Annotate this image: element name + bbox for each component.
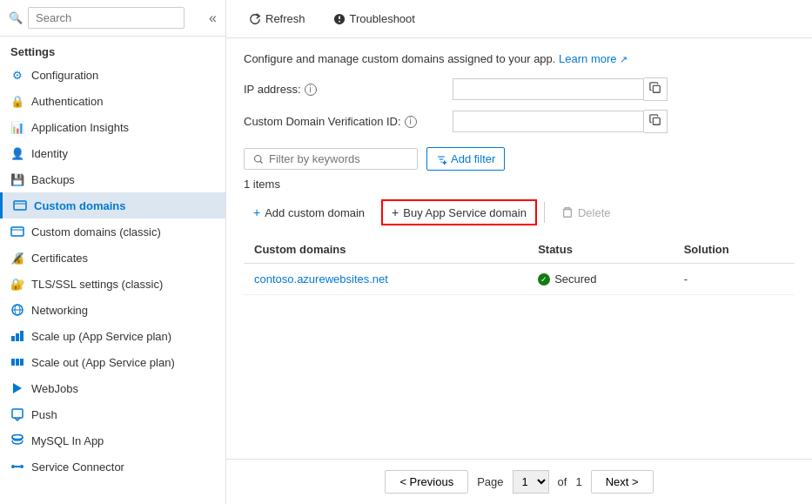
filter-input[interactable] bbox=[269, 152, 404, 165]
sidebar-item-application-insights[interactable]: 📊 Application Insights bbox=[0, 114, 225, 140]
filter-input-group bbox=[244, 148, 418, 170]
domain-cell: contoso.azurewebsites.net bbox=[244, 264, 527, 295]
svg-rect-28 bbox=[564, 210, 572, 218]
svg-rect-20 bbox=[653, 118, 660, 124]
add-icon: + bbox=[253, 205, 260, 219]
sidebar-item-identity[interactable]: 👤 Identity bbox=[0, 140, 225, 166]
sidebar-item-mysql-in-app[interactable]: MySQL In App bbox=[0, 427, 225, 454]
ip-address-row: IP address: i bbox=[244, 77, 795, 101]
verification-id-row: Custom Domain Verification ID: i bbox=[244, 110, 795, 133]
learn-more-link[interactable]: Learn more bbox=[559, 52, 616, 65]
sidebar-item-label: Scale up (App Service plan) bbox=[31, 330, 171, 343]
refresh-button[interactable]: Refresh bbox=[244, 9, 311, 29]
verification-id-input[interactable] bbox=[453, 111, 644, 132]
identity-icon: 👤 bbox=[10, 146, 24, 160]
sidebar-item-label: Custom domains bbox=[34, 199, 125, 212]
main-content: Refresh Troubleshoot Configure and manag… bbox=[226, 0, 812, 504]
sidebar-item-label: Identity bbox=[31, 147, 68, 160]
collapse-button[interactable]: « bbox=[209, 10, 217, 26]
sidebar-item-scale-out[interactable]: Scale out (App Service plan) bbox=[0, 349, 225, 375]
page-description: Configure and manage custom domains assi… bbox=[244, 52, 795, 65]
previous-button[interactable]: < Previous bbox=[385, 470, 468, 494]
custom-domains-table: Custom domains Status Solution contoso.a… bbox=[244, 236, 795, 295]
svg-point-15 bbox=[12, 435, 23, 440]
tls-ssl-icon: 🔐 bbox=[10, 277, 24, 291]
svg-rect-7 bbox=[11, 336, 15, 341]
svg-line-22 bbox=[260, 161, 262, 163]
svg-rect-11 bbox=[16, 359, 19, 366]
table-header-status: Status bbox=[527, 236, 674, 264]
search-icon: 🔍 bbox=[9, 11, 23, 25]
buy-add-icon: + bbox=[392, 205, 399, 219]
sidebar-item-label: WebJobs bbox=[31, 382, 78, 395]
ip-address-input-group bbox=[453, 77, 668, 101]
certificates-icon: 🔏 bbox=[10, 251, 24, 265]
sidebar-item-webjobs[interactable]: WebJobs bbox=[0, 375, 225, 401]
content-area: Configure and manage custom domains assi… bbox=[226, 38, 812, 459]
sidebar-item-authentication[interactable]: 🔒 Authentication bbox=[0, 88, 225, 114]
custom-domains-classic-icon bbox=[10, 225, 24, 239]
status-cell: Secured bbox=[527, 264, 674, 295]
sidebar-item-custom-domains-classic[interactable]: Custom domains (classic) bbox=[0, 218, 225, 245]
refresh-icon bbox=[249, 13, 261, 25]
sidebar-item-custom-domains[interactable]: Custom domains bbox=[0, 192, 225, 218]
sidebar-item-scale-up[interactable]: Scale up (App Service plan) bbox=[0, 323, 225, 349]
add-filter-button[interactable]: Add filter bbox=[426, 147, 505, 171]
sidebar-item-label: Application Insights bbox=[31, 121, 129, 134]
table-row: contoso.azurewebsites.net Secured - bbox=[244, 264, 795, 295]
sidebar-item-push[interactable]: Push bbox=[0, 401, 225, 427]
verification-id-info-icon[interactable]: i bbox=[405, 116, 417, 128]
delete-button[interactable]: Delete bbox=[552, 201, 621, 225]
page-label: Page bbox=[477, 475, 503, 488]
sidebar: 🔍 « Settings ⚙ Configuration 🔒 Authentic… bbox=[0, 0, 226, 504]
sidebar-item-configuration[interactable]: ⚙ Configuration bbox=[0, 62, 225, 88]
sidebar-item-label: TLS/SSL settings (classic) bbox=[31, 278, 163, 291]
sidebar-item-label: MySQL In App bbox=[31, 434, 104, 447]
custom-domains-icon bbox=[13, 198, 27, 212]
delete-icon bbox=[561, 206, 574, 218]
sidebar-item-service-connector[interactable]: Service Connector bbox=[0, 454, 225, 480]
filter-search-icon bbox=[253, 154, 264, 165]
troubleshoot-button[interactable]: Troubleshoot bbox=[328, 9, 420, 29]
next-button[interactable]: Next > bbox=[591, 470, 654, 494]
mysql-icon bbox=[10, 433, 24, 447]
sidebar-item-backups[interactable]: 💾 Backups bbox=[0, 166, 225, 192]
sidebar-item-tls-ssl-settings[interactable]: 🔐 TLS/SSL settings (classic) bbox=[0, 271, 225, 297]
sidebar-item-label: Authentication bbox=[31, 95, 103, 108]
total-pages: 1 bbox=[575, 475, 581, 488]
table-header-domains: Custom domains bbox=[244, 236, 527, 264]
pagination: < Previous Page 1 of 1 Next > bbox=[226, 459, 812, 504]
svg-rect-9 bbox=[20, 331, 23, 341]
sidebar-item-label: Configuration bbox=[31, 69, 98, 82]
copy-icon bbox=[649, 114, 661, 126]
page-select[interactable]: 1 bbox=[513, 470, 549, 494]
verification-id-copy-button[interactable] bbox=[644, 110, 668, 133]
authentication-icon: 🔒 bbox=[10, 94, 24, 108]
verification-id-input-group bbox=[453, 110, 668, 133]
sidebar-item-networking[interactable]: Networking bbox=[0, 297, 225, 323]
ip-address-info-icon[interactable]: i bbox=[305, 84, 317, 96]
sidebar-item-certificates[interactable]: 🔏 Certificates bbox=[0, 245, 225, 271]
svg-point-21 bbox=[255, 155, 262, 162]
networking-icon bbox=[10, 303, 24, 317]
add-filter-icon bbox=[436, 154, 446, 165]
svg-point-17 bbox=[20, 465, 23, 468]
svg-rect-8 bbox=[16, 333, 19, 341]
svg-rect-19 bbox=[653, 85, 660, 92]
add-custom-domain-button[interactable]: + Add custom domain bbox=[244, 200, 374, 225]
ip-address-copy-button[interactable] bbox=[644, 77, 668, 101]
sidebar-item-label: Certificates bbox=[31, 252, 88, 265]
toolbar: Refresh Troubleshoot bbox=[226, 0, 812, 38]
webjobs-icon bbox=[10, 381, 24, 395]
sidebar-item-label: Service Connector bbox=[31, 460, 124, 474]
push-icon bbox=[10, 407, 24, 421]
ip-address-input[interactable] bbox=[453, 78, 644, 100]
settings-section-title: Settings bbox=[0, 37, 225, 62]
verification-id-label: Custom Domain Verification ID: i bbox=[244, 115, 453, 128]
items-count: 1 items bbox=[244, 178, 795, 191]
buy-app-service-domain-button[interactable]: + Buy App Service domain bbox=[381, 199, 537, 225]
search-input[interactable] bbox=[28, 7, 185, 29]
sidebar-item-label: Push bbox=[31, 408, 57, 421]
svg-rect-14 bbox=[12, 409, 23, 418]
action-divider bbox=[544, 202, 545, 223]
